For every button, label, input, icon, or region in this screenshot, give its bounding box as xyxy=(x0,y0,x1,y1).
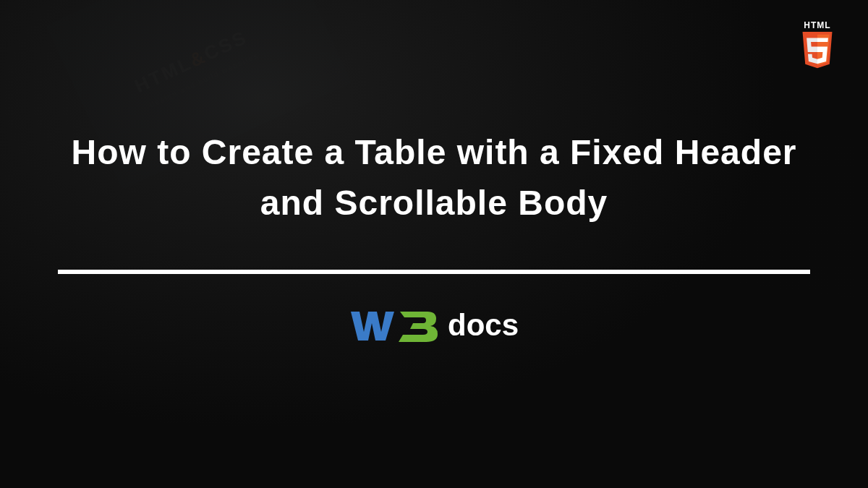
page-title: How to Create a Table with a Fixed Heade… xyxy=(51,127,817,228)
main-content: How to Create a Table with a Fixed Heade… xyxy=(0,0,868,488)
w3-logo-icon xyxy=(349,304,443,346)
logo-text: docs xyxy=(448,308,519,343)
divider-line xyxy=(58,270,810,274)
w3docs-logo: docs xyxy=(349,304,519,346)
